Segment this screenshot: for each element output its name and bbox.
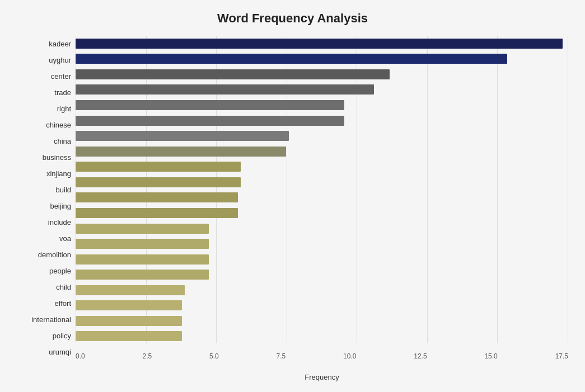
x-tick: 5.0 xyxy=(209,352,219,360)
y-label: business xyxy=(43,154,71,161)
bars-wrapper xyxy=(76,36,568,344)
bar xyxy=(76,100,344,110)
bar xyxy=(76,224,209,234)
bar-row xyxy=(76,315,568,327)
y-label: china xyxy=(54,138,71,145)
bar-row xyxy=(76,53,568,65)
bar xyxy=(76,192,238,202)
x-tick: 2.5 xyxy=(143,352,152,360)
bar-row xyxy=(76,37,568,50)
x-tick: 17.5 xyxy=(555,352,568,360)
y-label: include xyxy=(48,219,71,226)
y-label: xinjiang xyxy=(46,170,71,177)
y-label: voa xyxy=(59,235,71,242)
bar-row xyxy=(76,299,568,311)
bars-and-grid: 0.02.55.07.510.012.515.017.5 Frequency xyxy=(76,36,568,360)
bar-row xyxy=(76,191,568,204)
y-label: beijing xyxy=(50,202,71,210)
x-tick: 12.5 xyxy=(414,352,427,360)
bar xyxy=(76,331,182,341)
bar xyxy=(76,162,241,172)
bar xyxy=(76,69,390,79)
bar xyxy=(76,131,289,141)
bar-row xyxy=(76,268,568,281)
y-label: international xyxy=(31,316,71,323)
bar-row xyxy=(76,330,568,342)
y-label: urumqi xyxy=(49,348,71,356)
bar xyxy=(76,208,238,218)
bar xyxy=(76,116,344,126)
y-label: right xyxy=(57,105,71,112)
bar xyxy=(76,39,563,49)
y-label: build xyxy=(56,186,71,193)
bar-row xyxy=(76,83,568,96)
y-label: policy xyxy=(53,332,71,339)
bar xyxy=(76,300,182,310)
y-labels: kadeeruyghurcentertraderightchinesechina… xyxy=(17,36,76,360)
bar xyxy=(76,285,185,295)
chart-title: Word Frequency Analysis xyxy=(17,11,568,26)
bar-row xyxy=(76,284,568,296)
x-axis: 0.02.55.07.510.012.515.017.5 xyxy=(76,350,568,360)
bar-row xyxy=(76,207,568,219)
x-tick: 0.0 xyxy=(76,352,85,360)
y-label: trade xyxy=(54,89,71,96)
chart-area: kadeeruyghurcentertraderightchinesechina… xyxy=(17,36,568,360)
y-label: effort xyxy=(55,300,71,307)
bar xyxy=(76,254,209,265)
bar-row xyxy=(76,176,568,188)
bar xyxy=(76,177,241,187)
bar-row xyxy=(76,160,568,173)
x-tick: 7.5 xyxy=(277,352,286,360)
bar xyxy=(76,270,209,280)
bar-row xyxy=(76,130,568,142)
x-tick: 15.0 xyxy=(484,352,497,360)
y-label: uyghur xyxy=(49,56,71,64)
bar xyxy=(76,54,507,64)
bar-row xyxy=(76,223,568,235)
bar xyxy=(76,147,286,157)
y-label: child xyxy=(56,284,71,291)
bar-row xyxy=(76,145,568,158)
y-label: kadeer xyxy=(49,40,71,48)
bar-row xyxy=(76,99,568,111)
bar-row xyxy=(76,115,568,127)
y-label: center xyxy=(51,73,71,80)
y-label: people xyxy=(49,267,71,275)
bar xyxy=(76,239,209,249)
bar xyxy=(76,84,374,95)
x-axis-label: Frequency xyxy=(305,373,339,381)
x-tick: 10.0 xyxy=(343,352,356,360)
chart-container: Word Frequency Analysis kadeeruyghurcent… xyxy=(0,0,585,392)
bar-row xyxy=(76,253,568,266)
bar xyxy=(76,316,182,326)
y-label: chinese xyxy=(46,121,71,129)
bar-row xyxy=(76,68,568,81)
y-label: demolition xyxy=(38,251,71,258)
bar-row xyxy=(76,238,568,250)
